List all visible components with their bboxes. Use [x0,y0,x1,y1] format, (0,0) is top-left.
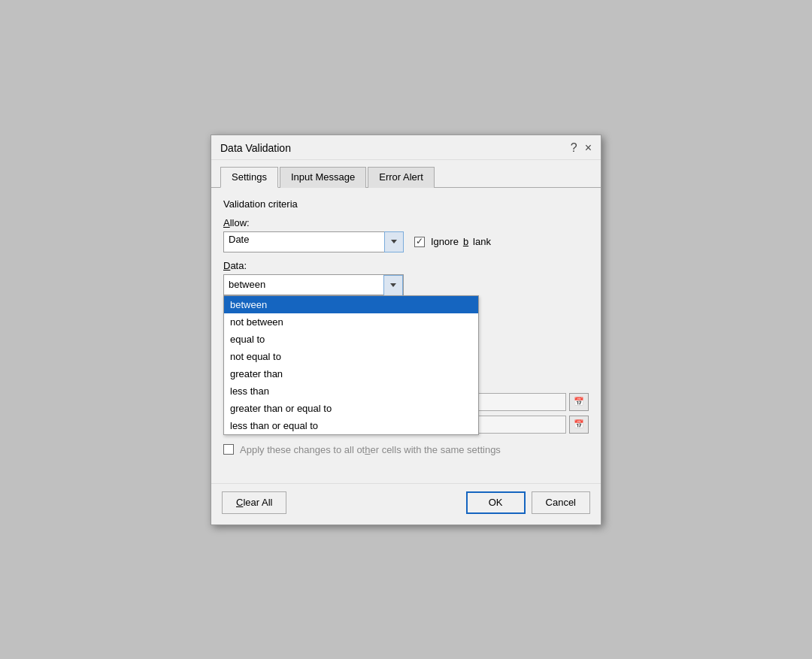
data-dropdown-container: between between not between equal to not… [223,274,404,295]
allow-label: Allow: [223,217,589,228]
tab-error-alert[interactable]: Error Alert [368,167,435,188]
start-date-picker-btn[interactable]: 📅 [569,393,589,411]
allow-dropdown-btn[interactable] [384,231,404,252]
tab-settings[interactable]: Settings [220,167,278,188]
dropdown-option-less-equal[interactable]: less than or equal to [224,417,478,434]
data-dropdown-btn[interactable] [383,275,403,296]
calendar-icon-2: 📅 [574,419,584,429]
section-title: Validation criteria [223,198,589,210]
ignore-blank-row: Ignore blank [414,236,491,247]
data-section: Data: between between not between equal … [223,260,589,455]
apply-row: Apply these changes to all other cells w… [223,444,589,455]
data-select-display[interactable]: between [223,274,404,295]
data-dropdown-arrow-icon [390,283,396,287]
dropdown-option-between[interactable]: between [224,296,478,313]
data-dropdown-list: between not between equal to not equal t… [223,295,479,435]
dropdown-option-less-than[interactable]: less than [224,382,478,400]
data-label: Data: [223,260,589,271]
cancel-button[interactable]: Cancel [532,491,590,514]
allow-dropdown-arrow-icon [391,240,397,243]
allow-select-wrapper: Date [223,231,404,252]
dropdown-option-greater-than[interactable]: greater than [224,365,478,382]
help-button[interactable]: ? [571,141,577,155]
tab-input-message[interactable]: Input Message [280,167,366,188]
dropdown-option-not-between[interactable]: not between [224,313,478,331]
apply-label: Apply these changes to all other cells w… [240,444,501,455]
allow-row: Date Ignore blank [223,231,589,252]
apply-checkbox[interactable] [223,444,234,455]
dropdown-option-equal-to[interactable]: equal to [224,331,478,348]
dialog-body: Validation criteria Allow: Date Ignore b… [211,188,601,483]
close-button[interactable]: × [585,141,592,155]
footer-right: OK Cancel [466,491,590,514]
dialog-footer: Clear All OK Cancel [211,483,601,524]
calendar-icon: 📅 [574,397,584,407]
ok-button[interactable]: OK [466,491,526,514]
end-date-picker-btn[interactable]: 📅 [569,416,589,434]
ignore-blank-checkbox[interactable] [414,237,425,247]
data-validation-dialog: Data Validation ? × Settings Input Messa… [211,135,601,525]
tabs-bar: Settings Input Message Error Alert [211,160,601,188]
dropdown-option-not-equal-to[interactable]: not equal to [224,348,478,365]
title-bar-controls: ? × [571,141,592,155]
allow-select-display[interactable]: Date [223,231,404,252]
title-bar: Data Validation ? × [211,135,601,160]
dialog-title: Data Validation [220,142,291,154]
clear-all-button[interactable]: Clear All [222,491,286,514]
dropdown-option-greater-equal[interactable]: greater than or equal to [224,400,478,417]
